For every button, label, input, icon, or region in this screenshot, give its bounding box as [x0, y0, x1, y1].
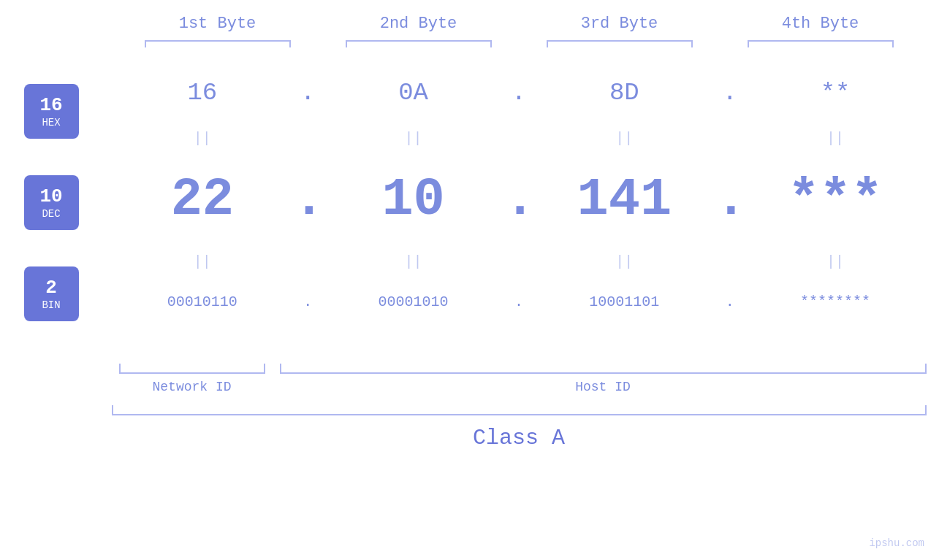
full-data-section: 16 HEX 10 DEC 2 BIN 16 . 0A . 8D . **	[13, 69, 927, 358]
bin-base-number: 2	[45, 277, 57, 299]
hex-dot2: .	[504, 79, 533, 107]
bin-b1: 00010110	[112, 294, 294, 310]
bracket-3	[547, 40, 693, 47]
hex-b2: 0A	[322, 79, 504, 107]
bin-dot2: .	[504, 294, 533, 310]
eq2-b2: ||	[322, 253, 504, 270]
bracket-4	[748, 40, 894, 47]
labels-column: 16 HEX 10 DEC 2 BIN	[13, 69, 112, 358]
eq2-b4: ||	[745, 253, 927, 270]
byte3-header: 3rd Byte	[528, 15, 711, 33]
bin-b2: 00001010	[322, 294, 504, 310]
class-bracket	[112, 405, 927, 415]
eq2-b1: ||	[112, 253, 294, 270]
dec-b2: 10	[322, 170, 504, 230]
hex-label-box: 16 HEX	[24, 84, 79, 139]
eq1-b3: ||	[533, 130, 715, 147]
eq1-b1: ||	[112, 130, 294, 147]
byte1-header: 1st Byte	[126, 15, 309, 33]
hex-b4: **	[745, 79, 927, 107]
bracket-2	[346, 40, 492, 47]
host-id-label: Host ID	[575, 380, 631, 394]
byte2-header: 2nd Byte	[327, 15, 510, 33]
dec-label-box: 10 DEC	[24, 175, 79, 230]
hex-base-label: HEX	[42, 117, 60, 129]
eq1-b2: ||	[322, 130, 504, 147]
hex-base-number: 16	[39, 94, 62, 117]
hex-row: 16 . 0A . 8D . **	[112, 69, 927, 116]
dec-dot3: .	[715, 170, 745, 230]
bracket-1	[145, 40, 291, 47]
top-brackets	[117, 40, 921, 47]
hex-b1: 16	[112, 79, 294, 107]
bin-b3: 10001101	[533, 294, 715, 310]
byte-headers: 1st Byte 2nd Byte 3rd Byte 4th Byte	[117, 15, 921, 33]
watermark: ipshu.com	[869, 537, 924, 549]
host-id-bracket	[280, 364, 927, 374]
bin-label-box: 2 BIN	[24, 266, 79, 321]
byte4-header: 4th Byte	[729, 15, 912, 33]
dec-base-number: 10	[39, 185, 62, 208]
ip-grid: 16 . 0A . 8D . ** || || || || 22	[112, 69, 927, 358]
bin-dot1: .	[293, 294, 322, 310]
hex-dot1: .	[293, 79, 322, 107]
hex-b3: 8D	[533, 79, 715, 107]
dec-base-label: DEC	[42, 208, 60, 220]
bin-row: 00010110 . 00001010 . 10001101 . *******…	[112, 284, 927, 320]
bin-b4: ********	[745, 294, 927, 310]
eq2-b3: ||	[533, 253, 715, 270]
hex-dot3: .	[715, 79, 745, 107]
dec-b3: 141	[533, 170, 715, 230]
eq-row-2: || || || ||	[112, 244, 927, 280]
dec-dot2: .	[504, 170, 533, 230]
network-id-bracket	[119, 364, 265, 374]
eq-row-1: || || || ||	[112, 120, 927, 156]
main-container: 1st Byte 2nd Byte 3rd Byte 4th Byte 16 H…	[0, 0, 939, 560]
class-label: Class A	[473, 426, 565, 450]
bin-dot3: .	[715, 294, 745, 310]
dec-b4: ***	[745, 170, 927, 230]
eq1-b4: ||	[745, 130, 927, 147]
bin-base-label: BIN	[42, 299, 60, 311]
network-id-label: Network ID	[152, 380, 231, 394]
dec-row: 22 . 10 . 141 . ***	[112, 161, 927, 239]
dec-dot1: .	[293, 170, 322, 230]
dec-b1: 22	[112, 170, 294, 230]
